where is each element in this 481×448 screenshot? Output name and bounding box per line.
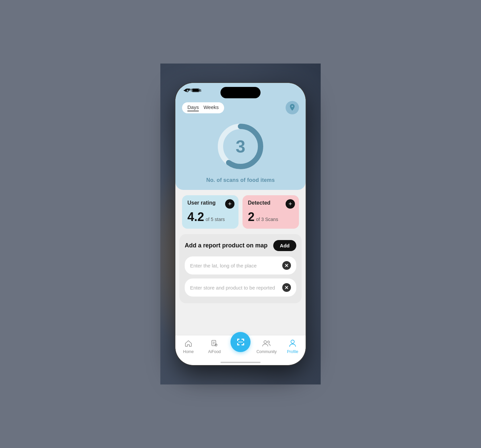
store-product-input[interactable]: Enter store and product to be reported (185, 278, 296, 297)
weeks-toggle[interactable]: Weeks (203, 104, 219, 111)
clear-store-product-button[interactable] (282, 283, 291, 292)
back-label: ◀ Photos (183, 88, 201, 93)
donut-label: No. of scans of food items (206, 177, 275, 183)
screen: ◀ Photos 12:06 (175, 83, 306, 365)
nav-scan[interactable] (227, 339, 254, 352)
nav-aifood[interactable]: AI AiFood (201, 339, 227, 354)
aifood-label: AiFood (208, 349, 221, 354)
community-label: Community (257, 349, 277, 354)
days-toggle[interactable]: Days (187, 104, 199, 111)
user-rating-value: 4.2 (187, 210, 204, 224)
user-rating-unit: of 5 stars (206, 217, 225, 222)
store-product-placeholder: Enter store and product to be reported (190, 285, 275, 291)
home-label: Home (183, 349, 194, 354)
detected-plus[interactable]: + (286, 199, 295, 209)
aifood-icon: AI (210, 339, 219, 348)
profile-label: Profile (287, 349, 298, 354)
lat-long-input[interactable]: Enter the lat, long of the place (185, 256, 296, 274)
svg-point-19 (264, 341, 267, 343)
lat-long-placeholder: Enter the lat, long of the place (190, 263, 257, 268)
bottom-nav: Home AI AiFood (175, 335, 306, 365)
dynamic-island (220, 87, 261, 98)
donut-chart-container: 3 No. of scans of food items (182, 120, 299, 183)
community-icon (262, 339, 271, 348)
profile-icon (288, 339, 297, 348)
home-icon (184, 339, 193, 348)
nav-profile[interactable]: Profile (280, 339, 306, 354)
detected-value: 2 (248, 210, 255, 224)
detected-unit: of 3 Scans (256, 217, 278, 222)
donut-value: 3 (236, 136, 246, 156)
svg-text:AI: AI (215, 344, 218, 346)
report-header: Add a report product on map Add (185, 240, 296, 251)
nav-home[interactable]: Home (175, 339, 201, 354)
svg-point-20 (268, 341, 270, 343)
phone-shell: ◀ Photos 12:06 (175, 83, 306, 365)
report-section: Add a report product on map Add Enter th… (179, 234, 302, 303)
user-rating-value-row: 4.2 of 5 stars (187, 210, 233, 224)
detected-card: Detected + 2 of 3 Scans (243, 195, 299, 229)
donut-chart: 3 (214, 120, 267, 173)
add-button[interactable]: Add (273, 240, 296, 251)
top-section: Days Weeks (175, 101, 306, 190)
top-controls: Days Weeks (182, 101, 299, 114)
location-button[interactable] (286, 101, 299, 114)
svg-point-21 (291, 340, 294, 343)
scan-fab[interactable] (230, 332, 251, 352)
home-bar (220, 362, 261, 363)
detected-value-row: 2 of 3 Scans (248, 210, 294, 224)
nav-community[interactable]: Community (254, 339, 280, 354)
stats-row: User rating + 4.2 of 5 stars Detected + … (175, 190, 306, 234)
svg-rect-17 (243, 343, 244, 345)
day-week-toggle: Days Weeks (182, 102, 224, 113)
user-rating-plus[interactable]: + (225, 199, 234, 209)
clear-lat-long-button[interactable] (282, 261, 291, 270)
svg-rect-15 (237, 343, 238, 345)
user-rating-card: User rating + 4.2 of 5 stars (182, 195, 238, 229)
svg-rect-11 (237, 339, 238, 341)
photos-back[interactable]: ◀ Photos (183, 88, 201, 93)
svg-rect-13 (243, 339, 244, 341)
svg-rect-18 (238, 342, 243, 342)
report-title: Add a report product on map (185, 242, 268, 249)
